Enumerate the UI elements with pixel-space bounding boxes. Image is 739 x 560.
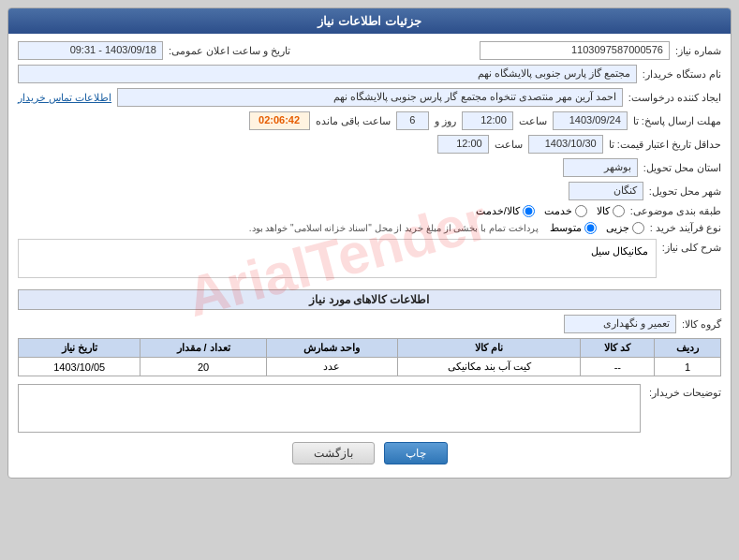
- category-label: طبقه بندی موضوعی:: [630, 205, 721, 217]
- province-label: استان محل تحویل:: [643, 162, 721, 174]
- contact-link[interactable]: اطلاعات تماس خریدار: [18, 92, 111, 104]
- purchase-radio-group: جزیی متوسط: [550, 222, 644, 234]
- cell-row: 1: [655, 358, 721, 376]
- category-radio-group: کالا خدمت کالا/خدمت: [476, 205, 625, 217]
- button-row: چاپ بازگشت: [18, 442, 721, 464]
- city-value: کنگان: [569, 182, 643, 200]
- col-qty: تعداد / مقدار: [140, 339, 266, 358]
- buyer-value: مجتمع گاز پارس جنوبی پالایشگاه نهم: [18, 65, 637, 83]
- buyer-notes-label: توضیحات خریدار:: [646, 384, 721, 399]
- col-row: ردیف: [655, 339, 721, 358]
- cell-name: کیت آب بند مکانیکی: [397, 358, 581, 376]
- purchase-option-jozi[interactable]: جزیی: [606, 222, 644, 234]
- reply-remain-label: ساعت باقی مانده: [316, 115, 391, 127]
- reply-remain-value: 02:06:42: [249, 111, 310, 130]
- cell-quantity: 20: [140, 358, 266, 376]
- back-button[interactable]: بازگشت: [292, 442, 375, 464]
- reply-deadline-label: مهلت ارسال پاسخ: تا: [633, 115, 721, 127]
- reply-day-value: 6: [396, 111, 429, 130]
- buyer-label: نام دستگاه خریدار:: [643, 68, 721, 81]
- validity-label: حداقل تاریخ اعتبار قیمت: تا: [609, 139, 721, 151]
- purchase-type-label: نوع فرآیند خرید :: [650, 222, 721, 234]
- cell-date: 1403/10/05: [19, 358, 140, 376]
- creator-label: ایجاد کننده درخواست:: [628, 92, 721, 104]
- goods-info-title: اطلاعات کالاهای مورد نیاز: [18, 289, 721, 310]
- reply-time-value: 12:00: [462, 111, 513, 130]
- need-number-label: شماره نیاز:: [675, 45, 721, 57]
- buyer-notes-textarea[interactable]: [18, 384, 641, 433]
- purchase-option-motavasset[interactable]: متوسط: [550, 222, 597, 234]
- province-value: بوشهر: [563, 158, 638, 177]
- cell-unit: عدد: [266, 358, 397, 376]
- category-option-khedmat[interactable]: خدمت: [544, 205, 587, 217]
- col-name: نام کالا: [397, 339, 581, 358]
- city-label: شهر محل تحویل:: [649, 185, 721, 198]
- col-unit: واحد شمارش: [266, 339, 397, 358]
- col-code: کد کالا: [581, 339, 655, 358]
- datetime-label: تاریخ و ساعت اعلان عمومی:: [169, 45, 290, 57]
- table-row: 1--کیت آب بند مکانیکیعدد201403/10/05: [19, 358, 721, 376]
- goods-table: ردیف کد کالا نام کالا واحد شمارش تعداد /…: [18, 338, 721, 376]
- page-title: جزئیات اطلاعات نیاز: [8, 8, 731, 34]
- reply-date-value: 1403/09/24: [553, 111, 628, 130]
- category-option-kala-khedmat[interactable]: کالا/خدمت: [476, 205, 535, 217]
- datetime-value: 1403/09/18 - 09:31: [18, 41, 163, 60]
- goods-group-value: تعمیر و نگهداری: [564, 315, 676, 333]
- purchase-note: پرداخت تمام با بخشی از مبلغ خرید از محل …: [249, 223, 539, 233]
- validity-time-label: ساعت: [495, 139, 523, 151]
- need-description-value: مکانیکال سیل: [591, 245, 648, 257]
- need-description-label: شرح کلی نیاز:: [662, 239, 721, 254]
- need-number-value: 1103097587000576: [480, 41, 670, 60]
- reply-time-label: ساعت: [519, 115, 547, 127]
- cell-code: --: [581, 358, 655, 376]
- validity-date-value: 1403/10/30: [528, 135, 603, 154]
- validity-time-value: 12:00: [437, 135, 489, 154]
- reply-day-label: روز و: [435, 115, 456, 127]
- print-button[interactable]: چاپ: [384, 442, 448, 464]
- category-option-kala[interactable]: کالا: [597, 205, 625, 217]
- goods-group-label: گروه کالا:: [682, 318, 721, 331]
- need-description-container: ArialTender مکانیکال سیل: [18, 239, 657, 278]
- creator-value: احمد آرین مهر منتصدی تنخواه مجتمع گار پا…: [117, 88, 623, 107]
- col-date: تاریخ نیاز: [19, 339, 140, 358]
